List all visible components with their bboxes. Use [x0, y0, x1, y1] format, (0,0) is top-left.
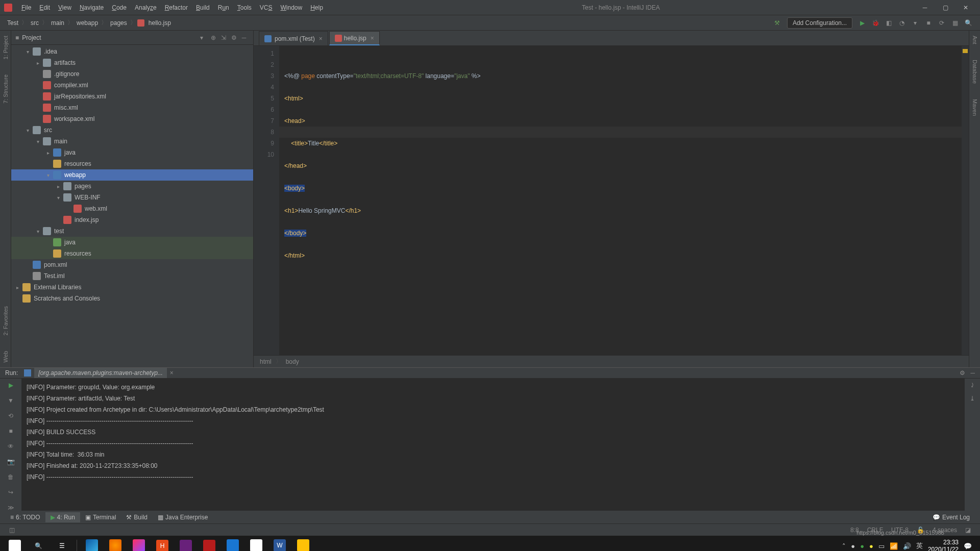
- project-tree[interactable]: ▾.idea ▸artifacts .gitignore compiler.xm…: [11, 45, 253, 367]
- view-icon[interactable]: 👁: [8, 443, 14, 450]
- add-configuration-button[interactable]: Add Configuration...: [787, 17, 852, 29]
- todo-tab[interactable]: ≡6: TODO: [5, 512, 45, 522]
- crumb-main[interactable]: main: [49, 19, 66, 27]
- stop-icon[interactable]: ■: [923, 17, 934, 29]
- event-log-tab[interactable]: 💬Event Log: [927, 512, 975, 522]
- tool-structure-tab[interactable]: 7: Structure: [3, 74, 9, 104]
- menu-view[interactable]: View: [54, 2, 76, 13]
- wps-app[interactable]: W: [268, 536, 291, 551]
- menu-build[interactable]: Build: [192, 2, 214, 13]
- volume-icon[interactable]: 🔊: [903, 542, 911, 550]
- exit-icon[interactable]: ↪: [8, 489, 13, 496]
- maximize-button[interactable]: ▢: [935, 1, 955, 15]
- scroll-to-end-icon[interactable]: ⤓: [970, 395, 975, 402]
- tool-web-tab[interactable]: Web: [3, 351, 9, 362]
- search-icon[interactable]: 🔍: [963, 17, 974, 29]
- soft-wrap-icon[interactable]: ⤸: [970, 382, 975, 389]
- terminal-tab[interactable]: ▣Terminal: [80, 512, 121, 522]
- crumb-webapp[interactable]: webapp: [75, 19, 100, 27]
- error-stripe[interactable]: [962, 46, 969, 355]
- code-text[interactable]: <%@ page contentType="text/html;charset=…: [279, 46, 962, 355]
- tool-project-tab[interactable]: 1: Project: [3, 36, 9, 59]
- trash-icon[interactable]: 🗑: [8, 473, 14, 481]
- tree-resources2[interactable]: resources: [11, 248, 253, 259]
- edge-app[interactable]: [80, 536, 104, 551]
- more-icon[interactable]: ≫: [8, 504, 14, 511]
- close-icon[interactable]: ×: [170, 369, 174, 377]
- taskbar-clock[interactable]: 23:33 2020/11/22: [928, 539, 959, 551]
- camera-icon[interactable]: 📷: [7, 458, 15, 465]
- tool-ant-tab[interactable]: Ant: [972, 36, 978, 44]
- chevron-down-icon[interactable]: ▾: [910, 17, 921, 29]
- menu-file[interactable]: File: [17, 2, 35, 13]
- gear-icon[interactable]: ⚙: [229, 34, 239, 41]
- crumb-root[interactable]: Test: [5, 19, 20, 27]
- tree-artifacts[interactable]: ▸artifacts: [11, 57, 253, 68]
- console-output[interactable]: [INFO] Parameter: groupId, Value: org.ex…: [21, 379, 965, 511]
- stop-icon[interactable]: ▼: [8, 397, 14, 404]
- tree-java[interactable]: ▸java: [11, 147, 253, 158]
- tree-idea[interactable]: ▾.idea: [11, 46, 253, 57]
- crumb-src[interactable]: src: [29, 19, 41, 27]
- project-view-label[interactable]: Project: [22, 34, 200, 41]
- tree-jarrepo[interactable]: jarRepositories.xml: [11, 91, 253, 102]
- close-button[interactable]: ✕: [955, 1, 976, 15]
- explorer-app[interactable]: [291, 536, 315, 551]
- tree-indexjsp[interactable]: index.jsp: [11, 214, 253, 226]
- intellij-app[interactable]: [127, 536, 151, 551]
- locate-icon[interactable]: ⊕: [208, 34, 218, 41]
- run-tab[interactable]: ▶4: Run: [45, 512, 80, 522]
- battery-icon[interactable]: ▭: [878, 542, 885, 550]
- debug-icon[interactable]: 🐞: [870, 17, 881, 29]
- tool-database-tab[interactable]: Database: [972, 60, 978, 84]
- notifications-icon[interactable]: 💬: [964, 542, 972, 550]
- tree-main[interactable]: ▾main: [11, 136, 253, 147]
- tree-gitignore[interactable]: .gitignore: [11, 68, 253, 80]
- tree-test[interactable]: ▾test: [11, 226, 253, 237]
- coverage-icon[interactable]: ◧: [883, 17, 894, 29]
- profile-icon[interactable]: ◔: [896, 17, 908, 29]
- code-area[interactable]: 1 2 3 4 5 6 7 8 9 10 <%@ page contentTyp…: [254, 46, 969, 355]
- rerun-icon[interactable]: ▶: [9, 382, 13, 389]
- hide-icon[interactable]: ─: [239, 34, 249, 41]
- inspection-icon[interactable]: ◪: [961, 527, 975, 534]
- tool-maven-tab[interactable]: Maven: [972, 99, 978, 116]
- task-view-button[interactable]: ☰: [50, 536, 74, 551]
- chevron-down-icon[interactable]: ▾: [200, 34, 203, 41]
- minimize-button[interactable]: ─: [915, 1, 935, 15]
- tree-webinf[interactable]: ▾WEB-INF: [11, 192, 253, 203]
- menu-refactor[interactable]: Refactor: [161, 2, 192, 13]
- search-button[interactable]: 🔍: [27, 536, 50, 551]
- run-icon[interactable]: ▶: [856, 17, 868, 29]
- tray-icon-2[interactable]: ●: [860, 542, 864, 550]
- menu-vcs[interactable]: VCS: [256, 2, 277, 13]
- menu-window[interactable]: Window: [276, 2, 306, 13]
- tab-pom[interactable]: pom.xml (Test)×: [259, 31, 328, 45]
- pause-icon[interactable]: ■: [9, 428, 12, 435]
- tree-compiler[interactable]: compiler.xml: [11, 80, 253, 91]
- tree-resources[interactable]: resources: [11, 158, 253, 169]
- build-icon[interactable]: ⚒: [772, 17, 783, 29]
- app-phone[interactable]: [221, 536, 244, 551]
- crumb-pages[interactable]: pages: [108, 19, 129, 27]
- tree-workspace[interactable]: workspace.xml: [11, 113, 253, 124]
- toggle-tool-windows-icon[interactable]: ◫: [5, 527, 19, 534]
- attach-icon[interactable]: ⟲: [8, 412, 13, 419]
- warning-mark-icon[interactable]: [963, 49, 968, 53]
- tree-java2[interactable]: java: [11, 237, 253, 248]
- menu-help[interactable]: Help: [306, 2, 327, 13]
- ime-icon[interactable]: 英: [916, 541, 923, 550]
- build-tab[interactable]: ⚒Build: [121, 512, 153, 522]
- vscode-app[interactable]: [174, 536, 198, 551]
- app-h[interactable]: H: [151, 536, 174, 551]
- tree-pages[interactable]: ▸pages: [11, 181, 253, 192]
- hide-icon[interactable]: ─: [970, 369, 975, 377]
- expand-all-icon[interactable]: ⇲: [218, 34, 229, 41]
- menu-tools[interactable]: Tools: [233, 2, 256, 13]
- tray-icon-3[interactable]: ●: [869, 542, 873, 550]
- tree-misc[interactable]: misc.xml: [11, 102, 253, 113]
- tree-pom[interactable]: pom.xml: [11, 259, 253, 270]
- tool-favorites-tab[interactable]: 2: Favorites: [3, 306, 9, 335]
- menu-run[interactable]: Run: [214, 2, 233, 13]
- bc-html[interactable]: html: [260, 358, 272, 365]
